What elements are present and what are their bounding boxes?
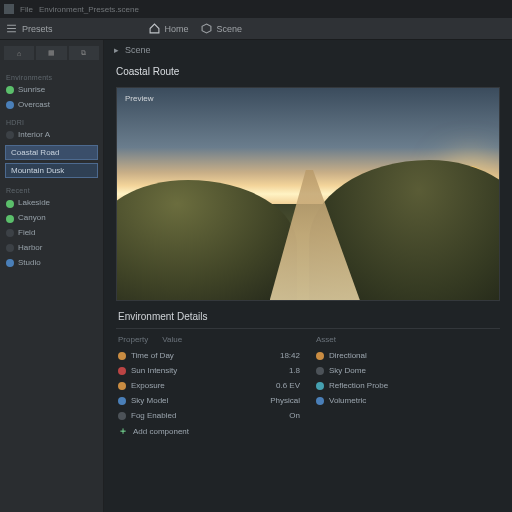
property-key: Exposure bbox=[131, 381, 165, 390]
property-row[interactable]: Sun Intensity1.8 bbox=[118, 363, 300, 378]
preview-label: Preview bbox=[125, 94, 153, 103]
app-icon bbox=[4, 4, 14, 14]
titlebar: File Environment_Presets.scene bbox=[0, 0, 512, 18]
property-key: Sky Model bbox=[131, 396, 168, 405]
status-dot-icon bbox=[6, 215, 14, 223]
status-dot-icon bbox=[6, 131, 14, 139]
property-row[interactable]: Fog EnabledOn bbox=[118, 408, 300, 423]
add-component[interactable]: ＋Add component bbox=[118, 423, 300, 439]
status-dot-icon bbox=[6, 259, 14, 267]
asset-label: Sky Dome bbox=[329, 366, 366, 375]
property-key: Time of Day bbox=[131, 351, 174, 360]
header-value: Value bbox=[162, 335, 182, 344]
sidebar-item-label: Overcast bbox=[18, 101, 50, 110]
dot-icon bbox=[316, 352, 324, 360]
dot-icon bbox=[316, 382, 324, 390]
sidebar-item-sunrise[interactable]: Sunrise bbox=[0, 83, 103, 98]
page-title: Coastal Route bbox=[104, 60, 512, 83]
toolbar-left-label: Presets bbox=[22, 24, 53, 34]
sidebar-item-label: Sunrise bbox=[18, 86, 45, 95]
property-value: 18:42 bbox=[280, 351, 300, 360]
status-dot-icon bbox=[6, 200, 14, 208]
property-value: Physical bbox=[270, 396, 300, 405]
preset-button-coastal[interactable]: Coastal Road bbox=[5, 145, 98, 160]
sidebar-tab-0[interactable]: ⌂ bbox=[4, 46, 34, 60]
sidebar-tabs: ⌂ ▦ ⧉ bbox=[0, 44, 103, 62]
breadcrumb-label: Scene bbox=[125, 45, 151, 55]
dot-icon bbox=[316, 397, 324, 405]
sidebar-item-overcast[interactable]: Overcast bbox=[0, 98, 103, 113]
toolbar-scene-label: Scene bbox=[217, 24, 243, 34]
dot-icon bbox=[316, 367, 324, 375]
status-dot-icon bbox=[6, 101, 14, 109]
status-dot-icon bbox=[6, 244, 14, 252]
sidebar-item-recent[interactable]: Lakeside bbox=[0, 196, 103, 211]
sidebar-item-recent[interactable]: Studio bbox=[0, 256, 103, 271]
plus-icon: ＋ bbox=[118, 426, 128, 436]
header-asset: Asset bbox=[316, 335, 336, 344]
sidebar: ⌂ ▦ ⧉ Environments Sunrise Overcast HDRI… bbox=[0, 40, 104, 512]
preview-viewport[interactable]: Preview bbox=[116, 87, 500, 301]
sidebar-item-label: Harbor bbox=[18, 244, 42, 253]
property-key: Sun Intensity bbox=[131, 366, 177, 375]
dot-icon bbox=[118, 382, 126, 390]
property-value: On bbox=[289, 411, 300, 420]
dot-icon bbox=[118, 397, 126, 405]
details-column-properties: Property Value Time of Day18:42 Sun Inte… bbox=[110, 333, 308, 439]
dot-icon bbox=[118, 352, 126, 360]
sidebar-tab-2[interactable]: ⧉ bbox=[69, 46, 99, 60]
property-row[interactable]: Time of Day18:42 bbox=[118, 348, 300, 363]
asset-label: Directional bbox=[329, 351, 367, 360]
property-key: Fog Enabled bbox=[131, 411, 176, 420]
file-menu[interactable]: File bbox=[20, 5, 33, 14]
main-panel: ▸ Scene Coastal Route Preview Environmen… bbox=[104, 40, 512, 512]
preset-button-mountain[interactable]: Mountain Dusk bbox=[5, 163, 98, 178]
sidebar-item-recent[interactable]: Canyon bbox=[0, 211, 103, 226]
home-icon bbox=[149, 23, 160, 34]
breadcrumb[interactable]: ▸ Scene bbox=[104, 40, 512, 60]
property-row[interactable]: Exposure0.6 EV bbox=[118, 378, 300, 393]
toolbar: Presets Home Scene bbox=[0, 18, 512, 40]
asset-label: Reflection Probe bbox=[329, 381, 388, 390]
header-property: Property bbox=[118, 335, 148, 344]
sidebar-item-label: Canyon bbox=[18, 214, 46, 223]
sidebar-section-hdri: HDRI bbox=[0, 113, 103, 128]
details-title: Environment Details bbox=[104, 301, 512, 328]
dot-icon bbox=[118, 367, 126, 375]
window-path: Environment_Presets.scene bbox=[39, 5, 139, 14]
asset-row[interactable]: Volumetric bbox=[316, 393, 498, 408]
sidebar-tab-1[interactable]: ▦ bbox=[36, 46, 66, 60]
sidebar-item-recent[interactable]: Harbor bbox=[0, 241, 103, 256]
status-dot-icon bbox=[6, 86, 14, 94]
sidebar-item-label: Field bbox=[18, 229, 35, 238]
property-row[interactable]: Sky ModelPhysical bbox=[118, 393, 300, 408]
asset-label: Volumetric bbox=[329, 396, 366, 405]
chevron-right-icon: ▸ bbox=[114, 45, 119, 55]
hamburger-icon bbox=[6, 23, 17, 34]
toolbar-home-label: Home bbox=[165, 24, 189, 34]
details-column-assets: Asset Directional Sky Dome Reflection Pr… bbox=[308, 333, 506, 439]
property-value: 0.6 EV bbox=[276, 381, 300, 390]
toolbar-left[interactable]: Presets bbox=[6, 23, 53, 34]
asset-row[interactable]: Directional bbox=[316, 348, 498, 363]
cube-icon bbox=[201, 23, 212, 34]
sidebar-item-label: Lakeside bbox=[18, 199, 50, 208]
add-label: Add component bbox=[133, 427, 189, 436]
toolbar-home[interactable]: Home bbox=[149, 23, 189, 34]
status-dot-icon bbox=[6, 229, 14, 237]
sidebar-item-label: Studio bbox=[18, 259, 41, 268]
asset-row[interactable]: Reflection Probe bbox=[316, 378, 498, 393]
details-header: Asset bbox=[316, 333, 498, 348]
sidebar-section-environments: Environments bbox=[0, 68, 103, 83]
details-panel: Property Value Time of Day18:42 Sun Inte… bbox=[104, 329, 512, 443]
sidebar-item-recent[interactable]: Field bbox=[0, 226, 103, 241]
details-header: Property Value bbox=[118, 333, 300, 348]
toolbar-scene[interactable]: Scene bbox=[201, 23, 243, 34]
dot-icon bbox=[118, 412, 126, 420]
sidebar-item-interior[interactable]: Interior A bbox=[0, 128, 103, 143]
sidebar-item-label: Interior A bbox=[18, 131, 50, 140]
asset-row[interactable]: Sky Dome bbox=[316, 363, 498, 378]
property-value: 1.8 bbox=[289, 366, 300, 375]
sidebar-section-recent: Recent bbox=[0, 181, 103, 196]
